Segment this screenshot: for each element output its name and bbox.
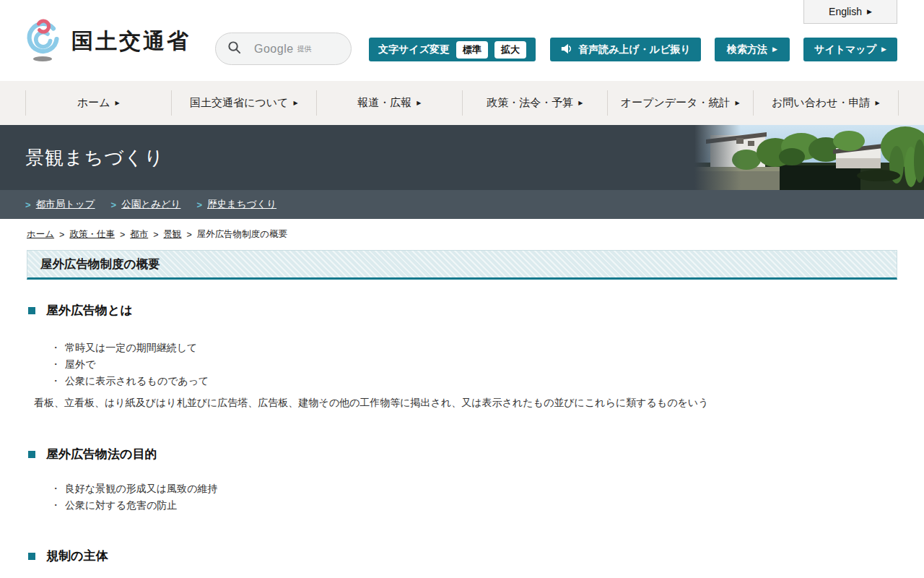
main-content: ホーム > 政策・仕事 > 都市 > 景観 > 屋外広告物制度の概要 屋外広告物… xyxy=(0,228,924,578)
speaker-icon xyxy=(560,43,572,56)
nav-item-about[interactable]: 国土交通省について ▶ xyxy=(171,90,317,116)
font-size-label: 文字サイズ変更 xyxy=(378,43,450,56)
chevron-right-icon: > xyxy=(196,199,202,210)
font-size-control: 文字サイズ変更 標準 拡大 xyxy=(369,38,536,61)
english-button[interactable]: English ▶ xyxy=(803,0,897,24)
banner-photo xyxy=(694,125,924,190)
site-title: 国土交通省 xyxy=(71,27,191,56)
dot-bullet-icon: ・ xyxy=(51,499,61,511)
section-regulation-body: 規制の主体 都道府県、指定都市及び中核市が、屋外広告物法に基づき屋外広告物条例を… xyxy=(27,548,897,578)
arrow-right-icon: ▶ xyxy=(116,100,120,106)
banner-title: 景観まちづくり xyxy=(25,145,164,171)
search-icon xyxy=(227,40,241,57)
dot-bullet-icon: ・ xyxy=(51,342,61,353)
list-item: ・常時又は一定の期間継続して xyxy=(51,340,897,356)
page: 国土交通省 Google 提供 文字サイズ変更 標準 拡大 xyxy=(0,0,924,578)
arrow-right-icon: ▶ xyxy=(293,100,297,106)
breadcrumb-separator: > xyxy=(59,230,64,240)
breadcrumb-separator: > xyxy=(153,230,158,240)
section-paragraph: 看板、立看板、はり紙及びはり札並びに広告塔、広告板、建物その他の工作物等に掲出さ… xyxy=(34,394,897,410)
arrow-right-icon: ▶ xyxy=(417,100,421,106)
square-bullet-icon xyxy=(28,307,35,314)
chevron-right-icon: > xyxy=(111,199,117,210)
breadcrumb-link-home[interactable]: ホーム xyxy=(27,228,54,241)
breadcrumb-separator: > xyxy=(120,230,125,240)
square-bullet-icon xyxy=(28,451,35,458)
list-item: ・良好な景観の形成又は風致の維持 xyxy=(51,480,897,497)
breadcrumb-link-city[interactable]: 都市 xyxy=(130,228,148,241)
page-banner: 景観まちづくり xyxy=(0,125,924,190)
mlit-logo[interactable]: 国土交通省 xyxy=(24,17,191,65)
nav-item-home[interactable]: ホーム ▶ xyxy=(25,90,171,116)
site-header: 国土交通省 Google 提供 文字サイズ変更 標準 拡大 xyxy=(0,0,924,81)
breadcrumb-separator: > xyxy=(187,230,192,240)
section-heading: 屋外広告物とは xyxy=(28,302,897,319)
dot-bullet-icon: ・ xyxy=(51,375,61,387)
list-item: ・屋外で xyxy=(51,356,897,373)
dot-bullet-icon: ・ xyxy=(51,483,61,494)
breadcrumb-link-policy[interactable]: 政策・仕事 xyxy=(69,228,115,241)
section-heading: 規制の主体 xyxy=(28,548,897,564)
page-title: 屋外広告物制度の概要 xyxy=(40,256,160,272)
sitemap-button[interactable]: サイトマップ ▶ xyxy=(803,38,897,61)
search-placeholder: Google xyxy=(254,43,294,56)
font-size-standard-button[interactable]: 標準 xyxy=(456,41,488,59)
section-purpose-of-law: 屋外広告物法の目的 ・良好な景観の形成又は風致の維持 ・公衆に対する危害の防止 xyxy=(27,446,897,514)
speech-reading-button[interactable]: 音声読み上げ・ルビ振り xyxy=(550,38,701,61)
square-bullet-icon xyxy=(28,553,35,560)
subnav-link-history[interactable]: > 歴史まちづくり xyxy=(196,198,276,211)
banner-subnav: > 都市局トップ > 公園とみどり > 歴史まちづくり xyxy=(0,190,924,219)
arrow-right-icon: ▶ xyxy=(875,100,879,106)
breadcrumb: ホーム > 政策・仕事 > 都市 > 景観 > 屋外広告物制度の概要 xyxy=(27,228,897,241)
search-method-button[interactable]: 検索方法 ▶ xyxy=(715,38,790,61)
nav-item-policy[interactable]: 政策・法令・予算 ▶ xyxy=(462,90,608,116)
dot-bullet-icon: ・ xyxy=(51,358,61,370)
global-nav: ホーム ▶ 国土交通省について ▶ 報道・広報 ▶ 政策・法令・予算 ▶ オープ… xyxy=(0,81,924,125)
nav-item-press[interactable]: 報道・広報 ▶ xyxy=(316,90,462,116)
font-size-large-button[interactable]: 拡大 xyxy=(494,41,526,59)
arrow-right-icon: ▶ xyxy=(881,46,886,53)
page-title-box: 屋外広告物制度の概要 xyxy=(27,250,897,280)
arrow-right-icon: ▶ xyxy=(736,100,740,106)
breadcrumb-current: 屋外広告物制度の概要 xyxy=(197,228,287,241)
nav-item-contact[interactable]: お問い合わせ・申請 ▶ xyxy=(753,90,899,116)
arrow-right-icon: ▶ xyxy=(772,46,777,53)
subnav-link-toshikyoku[interactable]: > 都市局トップ xyxy=(25,198,95,211)
mlit-logo-icon xyxy=(24,17,64,65)
section-what-is-outdoor-ad: 屋外広告物とは ・常時又は一定の期間継続して ・屋外で ・公衆に表示されるもので… xyxy=(27,302,897,410)
arrow-right-icon: ▶ xyxy=(578,100,583,106)
breadcrumb-link-landscape[interactable]: 景観 xyxy=(164,228,182,241)
search-provided-label: 提供 xyxy=(297,44,312,54)
chevron-right-icon: > xyxy=(25,199,31,210)
list-item: ・公衆に表示されるものであって xyxy=(51,373,897,389)
bullet-list: ・常時又は一定の期間継続して ・屋外で ・公衆に表示されるものであって xyxy=(51,340,897,389)
list-item: ・公衆に対する危害の防止 xyxy=(51,497,897,514)
nav-item-opendata[interactable]: オープンデータ・統計 ▶ xyxy=(607,90,753,116)
section-heading: 屋外広告物法の目的 xyxy=(28,446,897,462)
subnav-link-parks[interactable]: > 公園とみどり xyxy=(111,198,181,211)
bullet-list: ・良好な景観の形成又は風致の維持 ・公衆に対する危害の防止 xyxy=(51,480,897,514)
arrow-right-icon: ▶ xyxy=(867,9,872,15)
search-input[interactable]: Google 提供 xyxy=(215,33,352,65)
